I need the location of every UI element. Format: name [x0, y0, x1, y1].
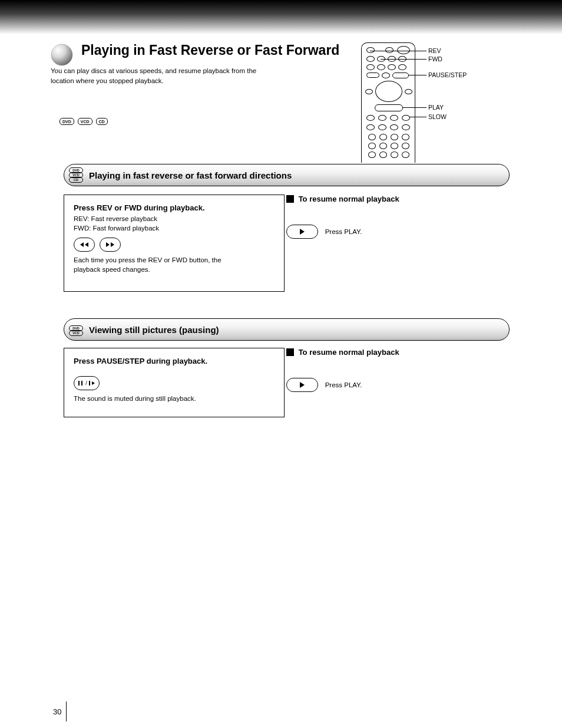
page-header: Playing in Fast Reverse or Fast Forward …	[51, 41, 363, 85]
section1-right: To resume normal playback Press PLAY.	[286, 195, 516, 242]
section1-step-title: Press REV or FWD during playback.	[74, 203, 275, 212]
section1-step-icons	[74, 238, 275, 252]
subtitle-line-1: You can play discs at various speeds, an…	[51, 67, 256, 74]
label-play: PLAY	[428, 104, 444, 111]
section2-icons: DVD VCD	[69, 324, 83, 335]
rev-icon	[74, 238, 95, 252]
section1-icons: DVD VCD CD	[69, 168, 83, 182]
page-divider	[66, 701, 67, 722]
label-fwd: FWD	[428, 55, 442, 62]
badge-vcd: VCD	[78, 118, 92, 125]
square-bullet-icon	[286, 195, 294, 203]
page-subtitle: You can play discs at various speeds, an…	[51, 66, 363, 85]
fwd-icon	[100, 238, 121, 252]
svg-point-0	[51, 44, 72, 65]
section2-right-title: To resume normal playback	[299, 348, 399, 357]
section2-bar: DVD VCD Viewing still pictures (pausing)	[64, 318, 510, 341]
section1-step-body-top: REV: Fast reverse playback FWD: Fast for…	[74, 214, 275, 233]
sphere-icon	[51, 44, 73, 66]
section2-step-icons: /	[74, 376, 275, 390]
label-pause-step: PAUSE/STEP	[428, 71, 467, 78]
section1-step-body-bottom: Each time you press the REV or FWD butto…	[74, 255, 275, 274]
play-icon-2	[286, 378, 318, 392]
remote-diagram: REV FWD PAUSE/STEP PLAY SLOW	[361, 42, 526, 163]
label-rev: REV	[428, 47, 441, 54]
section1-step-box: Press REV or FWD during playback. REV: F…	[64, 195, 285, 292]
section1-title: Playing in fast reverse or fast forward …	[89, 170, 292, 180]
section2-right-label: Press PLAY.	[325, 381, 362, 388]
label-slow: SLOW	[428, 113, 447, 120]
disc-badges: DVD VCD CD	[59, 118, 108, 125]
badge-dvd: DVD	[59, 118, 74, 125]
section2-right: To resume normal playback Press PLAY.	[286, 348, 516, 396]
section2-step-title: Press PAUSE/STEP during playback.	[74, 357, 275, 365]
subtitle-line-2: location where you stopped playback.	[51, 77, 164, 84]
section2-step-box: Press PAUSE/STEP during playback. / The …	[64, 348, 285, 417]
page-number: 30	[53, 707, 61, 716]
top-gradient	[0, 0, 562, 34]
section2-title: Viewing still pictures (pausing)	[89, 325, 219, 335]
section1-bar: DVD VCD CD Playing in fast reverse or fa…	[64, 164, 510, 186]
section1-right-label: Press PLAY.	[325, 228, 362, 235]
badge-cd: CD	[96, 118, 108, 125]
remote-body	[361, 42, 415, 163]
section2-step-body: The sound is muted during still playback…	[74, 394, 275, 403]
pause-step-icon: /	[74, 376, 100, 390]
square-bullet-icon-2	[286, 348, 294, 356]
page-title: Playing in Fast Reverse or Fast Forward	[80, 41, 363, 58]
section1-right-title: To resume normal playback	[299, 195, 399, 203]
play-icon	[286, 225, 318, 239]
